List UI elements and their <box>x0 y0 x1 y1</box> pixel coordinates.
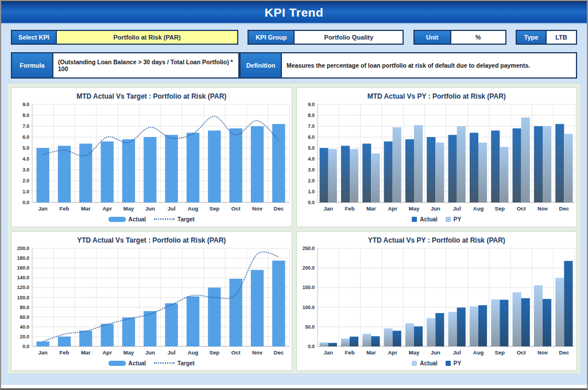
svg-text:5.0: 5.0 <box>22 145 29 151</box>
svg-text:Oct: Oct <box>231 205 241 212</box>
svg-text:Jan: Jan <box>38 349 48 356</box>
svg-text:180.0: 180.0 <box>17 255 30 261</box>
type-control: Type LTB <box>516 30 577 45</box>
legend-label: PY <box>454 360 461 366</box>
chart-card-ytd-actual-vs-py[interactable]: YTD Actual Vs PY : Portfolio at Risk (PA… <box>296 231 578 371</box>
chart-legend: ActualPY <box>297 213 577 225</box>
type-value: LTB <box>547 31 576 44</box>
chart-canvas: 0.01.02.03.04.05.06.07.08.09.0JanFebMarA… <box>297 100 578 213</box>
svg-text:Mar: Mar <box>81 205 91 212</box>
legend-label: PY <box>454 216 461 223</box>
chart-canvas: 0.050.0100.0150.0200.0250.0JanFebMarAprM… <box>297 244 578 357</box>
svg-text:8.0: 8.0 <box>308 112 315 118</box>
legend-item-target: Target <box>154 360 195 366</box>
legend-dotted-line-marker <box>154 362 175 364</box>
header-banner: KPI Trend <box>1 1 587 24</box>
svg-text:Jul: Jul <box>168 349 176 356</box>
chart-canvas: 0.01.02.03.04.05.06.07.08.09.0JanFebMarA… <box>11 100 292 213</box>
svg-text:Mar: Mar <box>366 349 376 356</box>
svg-text:Jun: Jun <box>145 349 155 356</box>
svg-text:100.0: 100.0 <box>302 305 315 310</box>
svg-text:May: May <box>408 349 419 356</box>
svg-text:140.0: 140.0 <box>17 275 30 280</box>
svg-text:6.0: 6.0 <box>22 134 29 140</box>
svg-text:Aug: Aug <box>473 349 483 356</box>
svg-text:May: May <box>123 205 134 212</box>
svg-text:3.0: 3.0 <box>22 167 29 173</box>
svg-text:Jul: Jul <box>168 205 176 212</box>
svg-text:May: May <box>123 349 134 356</box>
chart-legend: ActualPY <box>297 357 577 369</box>
chart-title: MTD Actual Vs Target : Portfolio at Risk… <box>11 88 292 100</box>
definition-text: Measures the percentage of loan portfoli… <box>282 53 576 77</box>
legend-label: Actual <box>129 360 146 366</box>
legend-item-actual: Actual <box>109 216 146 223</box>
svg-text:7.0: 7.0 <box>22 123 29 129</box>
svg-text:200.0: 200.0 <box>17 245 30 251</box>
svg-text:Jan: Jan <box>38 205 48 212</box>
charts-grid: MTD Actual Vs Target : Portfolio at Risk… <box>7 83 581 374</box>
legend-item-py: PY <box>446 360 461 366</box>
svg-text:Oct: Oct <box>516 349 526 356</box>
svg-text:Feb: Feb <box>345 349 354 356</box>
svg-text:Jul: Jul <box>452 205 461 212</box>
chart-card-mtd-actual-vs-py[interactable]: MTD Actual Vs PY : Portfolio at Risk (PA… <box>296 87 578 227</box>
select-kpi-value[interactable]: Portfolio at Risk (PAR) <box>57 31 237 44</box>
svg-text:120.0: 120.0 <box>17 284 30 290</box>
chart-card-ytd-actual-vs-target[interactable]: YTD Actual Vs Target : Portfolio at Risk… <box>11 231 292 371</box>
kpi-group-control: KPI Group Portfolio Quality <box>247 30 404 45</box>
legend-bar-marker <box>109 361 126 366</box>
svg-text:2.0: 2.0 <box>308 178 315 184</box>
svg-text:20.0: 20.0 <box>20 334 29 340</box>
legend-square-marker <box>412 361 417 366</box>
legend-item-target: Target <box>154 216 195 223</box>
legend-item-actual: Actual <box>412 360 438 366</box>
svg-text:4.0: 4.0 <box>22 156 29 162</box>
chart-canvas: 0.020.040.060.080.0100.0120.0140.0160.01… <box>11 244 292 357</box>
legend-label: Target <box>177 216 195 223</box>
footer-edge <box>1 385 587 388</box>
svg-text:60.0: 60.0 <box>20 314 29 320</box>
svg-text:7.0: 7.0 <box>308 123 315 129</box>
legend-item-actual: Actual <box>109 360 146 366</box>
legend-bar-marker <box>109 217 126 222</box>
svg-text:Aug: Aug <box>188 205 199 212</box>
svg-text:0.0: 0.0 <box>22 200 29 205</box>
svg-text:Mar: Mar <box>81 349 91 356</box>
legend-item-py: PY <box>446 216 461 223</box>
definition-label: Definition <box>241 53 282 77</box>
svg-text:Sep: Sep <box>210 349 220 356</box>
svg-text:Jul: Jul <box>452 349 461 356</box>
svg-text:Feb: Feb <box>60 349 69 356</box>
svg-text:1.0: 1.0 <box>22 189 29 194</box>
svg-text:Jun: Jun <box>145 205 155 212</box>
svg-text:100.0: 100.0 <box>17 295 30 301</box>
svg-text:Apr: Apr <box>102 349 112 356</box>
svg-text:Apr: Apr <box>102 205 112 212</box>
svg-text:Jun: Jun <box>430 205 440 212</box>
svg-text:Sep: Sep <box>210 205 220 212</box>
legend-label: Actual <box>420 360 438 366</box>
legend-label: Target <box>177 360 195 366</box>
legend-square-marker <box>446 361 451 366</box>
svg-text:Feb: Feb <box>345 205 354 212</box>
svg-text:Jan: Jan <box>323 205 333 212</box>
svg-text:Oct: Oct <box>516 205 526 212</box>
select-kpi-control: Select KPI Portfolio at Risk (PAR) <box>11 30 238 45</box>
svg-text:3.0: 3.0 <box>308 167 315 173</box>
svg-text:Sep: Sep <box>494 205 505 212</box>
svg-text:9.0: 9.0 <box>22 102 29 107</box>
legend-square-marker <box>412 217 417 222</box>
svg-text:80.0: 80.0 <box>20 305 29 310</box>
svg-text:Dec: Dec <box>559 349 568 356</box>
kpi-group-value: Portfolio Quality <box>295 31 403 44</box>
svg-text:Apr: Apr <box>388 205 397 212</box>
definition-box: Definition Measures the percentage of lo… <box>239 52 577 79</box>
svg-text:Nov: Nov <box>537 205 548 212</box>
svg-text:2.0: 2.0 <box>22 178 29 184</box>
formula-label: Formula <box>12 53 53 77</box>
chart-card-mtd-actual-vs-target[interactable]: MTD Actual Vs Target : Portfolio at Risk… <box>11 87 292 227</box>
unit-control: Unit % <box>413 30 506 45</box>
legend-label: Actual <box>420 216 438 223</box>
svg-text:Aug: Aug <box>188 349 199 356</box>
